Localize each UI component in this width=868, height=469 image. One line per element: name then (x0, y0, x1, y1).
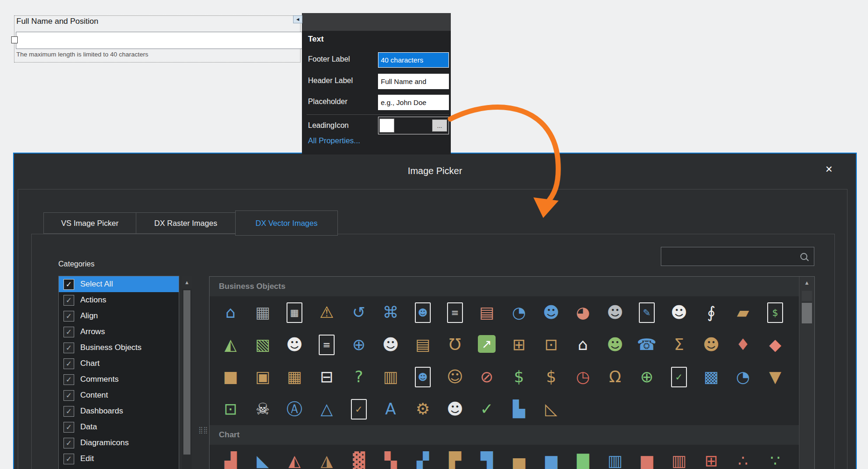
edit-note-icon[interactable]: ✎ (639, 302, 655, 323)
step-area-blue-icon[interactable]: ▜ (476, 448, 498, 469)
split-area-icon[interactable]: ▞ (412, 448, 434, 469)
money-icon[interactable]: $ (540, 364, 562, 389)
column-chart-icon[interactable]: ▟ (219, 448, 242, 469)
notes-doc-icon[interactable]: ≡ (319, 335, 335, 355)
checkbox-dashboards[interactable]: ✓ (63, 406, 74, 417)
id-badge-icon[interactable]: ☻ (415, 367, 431, 387)
step-area-icon[interactable]: ▛ (444, 448, 466, 469)
header-label-input[interactable] (378, 74, 449, 89)
mountain-chart-red-icon[interactable]: ◭ (283, 448, 306, 469)
checkbox-actions[interactable]: ✓ (63, 295, 74, 306)
scroll-up-icon[interactable]: ▲ (182, 276, 192, 289)
bubble-chart-green-icon[interactable]: ∵ (764, 448, 786, 469)
mountain-chart-brown-icon[interactable]: ◮ (315, 448, 338, 469)
truck-icon[interactable]: ▙ (508, 396, 530, 421)
font-convert-icon[interactable]: A (379, 396, 402, 421)
phone-icon[interactable]: ☎ (636, 332, 658, 357)
browse-ellipsis-button[interactable]: ... (432, 119, 447, 132)
contact-card-icon[interactable]: ☻ (415, 302, 431, 323)
hand-truck-icon[interactable]: ⊞ (508, 332, 530, 357)
deny-approve-icon[interactable]: ⊘ (476, 364, 498, 389)
resize-handle[interactable] (11, 36, 18, 43)
letter-a-badge-icon[interactable]: Ⓐ (283, 396, 306, 421)
comedy-mask-icon[interactable]: ☺ (444, 364, 466, 389)
pie-check-icon[interactable]: ◔ (732, 364, 754, 389)
box-check-icon[interactable]: ⊡ (219, 396, 242, 421)
category-item-dashboards[interactable]: ✓Dashboards (59, 403, 179, 419)
factory-icon[interactable]: ⌂ (572, 332, 594, 357)
warning-icon[interactable]: ⚠ (315, 300, 338, 325)
collapse-panel-button[interactable]: ◀ (293, 15, 302, 23)
leading-icon-editor[interactable]: ... (378, 117, 449, 134)
globe-check-icon[interactable]: ⊕ (636, 364, 658, 389)
gallery-scroll-page-area[interactable] (802, 291, 812, 301)
color-tiles-icon[interactable]: ▩ (700, 364, 722, 389)
user-white-icon[interactable]: ☻ (668, 300, 690, 325)
calendar-icon[interactable]: ▦ (287, 302, 302, 323)
leading-icon-swatch[interactable] (379, 119, 394, 133)
shirt-tie-icon[interactable]: ♦ (732, 332, 754, 357)
flag-usa-icon[interactable]: ▤ (476, 300, 498, 325)
user-info-icon[interactable]: ☻ (379, 332, 402, 357)
funnel-icon[interactable]: ▼ (764, 364, 786, 389)
checkbox-arrows[interactable]: ✓ (63, 327, 74, 337)
dollar-doc-icon[interactable]: $ (767, 302, 783, 323)
category-item-select-all[interactable]: ✓Select All (59, 276, 179, 292)
gear-question-icon[interactable]: ⚙ (412, 396, 434, 421)
employee-icon[interactable]: ☻ (283, 332, 306, 357)
org-chart-icon[interactable]: ⌘ (379, 300, 402, 325)
footer-label-input[interactable] (378, 52, 449, 68)
category-item-chart[interactable]: ✓Chart (59, 356, 179, 371)
reception-desk-icon[interactable]: ☻ (700, 332, 722, 357)
box-plot-icon[interactable]: ⊞ (700, 448, 722, 469)
form-text-input[interactable] (16, 32, 302, 49)
category-item-data[interactable]: ✓Data (59, 419, 179, 435)
bell-icon[interactable]: Ʊ (444, 332, 466, 357)
box-tag-icon[interactable]: ■ (219, 364, 242, 389)
briefcase-icon[interactable]: ⊟ (315, 364, 338, 389)
bar-columns-icon[interactable]: ▥ (668, 448, 690, 469)
history-icon[interactable]: ↺ (348, 300, 370, 325)
task-check-icon[interactable]: ✓ (351, 399, 367, 420)
checkbox-chart[interactable]: ✓ (63, 358, 74, 369)
clipboard-icon[interactable]: ▥ (379, 364, 402, 389)
document-icon[interactable]: ≡ (447, 302, 463, 323)
checkbox-select-all[interactable]: ✓ (63, 279, 74, 290)
checkbox-comments[interactable]: ✓ (63, 374, 74, 385)
checkbox-data[interactable]: ✓ (63, 422, 74, 433)
triple-columns-icon[interactable]: ▥ (604, 448, 626, 469)
paperclip-icon[interactable]: ∮ (700, 300, 722, 325)
packages-icon[interactable]: ▦ (283, 364, 306, 389)
all-properties-link[interactable]: All Properties... (308, 136, 360, 145)
network-triangle-icon[interactable]: △ (315, 396, 338, 421)
skull-icon[interactable]: ☠ (252, 396, 274, 421)
splitter-grip[interactable]: ⣿⣿ (198, 427, 208, 433)
category-item-comments[interactable]: ✓Comments (59, 371, 179, 387)
checkbox-content[interactable]: ✓ (63, 390, 74, 401)
categories-scrollbar[interactable]: ▲ (182, 276, 192, 469)
block-chart-icon[interactable]: ▓ (348, 448, 370, 469)
checkbox-business-objects[interactable]: ✓ (63, 343, 74, 353)
gallery-scroll-thumb[interactable] (802, 303, 812, 323)
mountain-chart-icon[interactable]: ◭ (219, 332, 242, 357)
cart-question-icon[interactable]: ? (348, 364, 370, 389)
ledger-icon[interactable]: ▤ (412, 332, 434, 357)
columns-stacked-icon[interactable]: ▇ (572, 448, 594, 469)
placeholder-input[interactable] (378, 95, 449, 110)
form-preview[interactable]: Full Name and Position The maximum lengt… (14, 15, 301, 63)
clock-icon[interactable]: ◷ (572, 364, 594, 389)
screen-check-icon[interactable]: ✓ (671, 367, 687, 387)
gallery-scrollbar[interactable]: ▲ (799, 277, 814, 469)
pie-chart-icon[interactable]: ◔ (508, 300, 530, 325)
area-chart-icon[interactable]: ◣ (252, 448, 274, 469)
user-green-icon[interactable]: ☻ (604, 332, 626, 357)
app-tiles-icon[interactable]: ▦ (252, 300, 274, 325)
bubble-chart-icon[interactable]: ∴ (732, 448, 754, 469)
tab-vs-image-picker[interactable]: VS Image Picker (43, 212, 136, 234)
trend-up-icon[interactable]: ↗ (478, 335, 496, 353)
cart-dollar-icon[interactable]: $ (508, 364, 530, 389)
checkbox-align[interactable]: ✓ (63, 311, 74, 322)
user-group-icon[interactable]: ☻ (604, 300, 626, 325)
home-icon[interactable]: ⌂ (219, 300, 242, 325)
open-folder-icon[interactable]: ▰ (732, 300, 754, 325)
